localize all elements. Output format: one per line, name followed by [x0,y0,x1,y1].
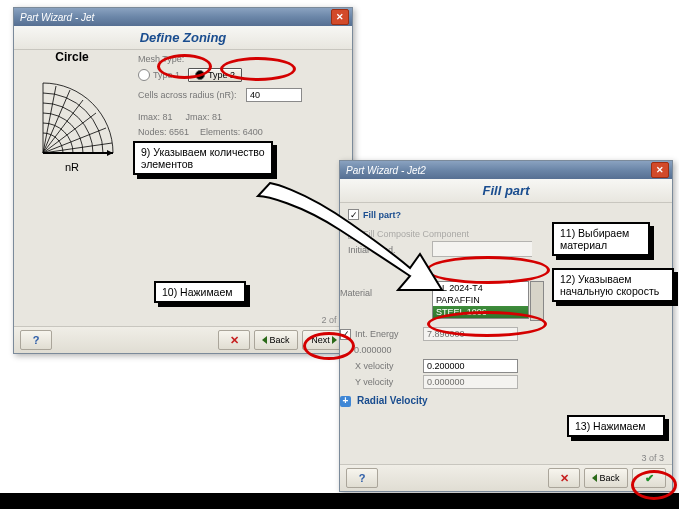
material-label: Material [340,288,372,298]
callout-10: 10) Нажимаем [154,281,246,303]
cancel-button-2[interactable]: ✕ [548,468,580,488]
checkbox-fill[interactable]: ✓ [348,209,359,220]
step-counter-2: 3 of 3 [641,453,664,463]
cb-intenergy[interactable]: ✓ [340,329,351,340]
help-button[interactable]: ? [20,330,52,350]
xvel-input[interactable]: 0.200000 [423,359,518,373]
close-icon[interactable]: ✕ [651,162,669,178]
yvel-label: Y velocity [355,377,423,387]
subtitle-zoning: Define Zoning [14,26,352,50]
material-option[interactable]: PARAFFIN [433,294,528,306]
subtitle-fill: Fill part [340,179,672,203]
mesh-diagram [18,68,126,163]
footer-fill: ? ✕ Back ✔ [340,464,672,491]
finish-button[interactable]: ✔ [632,468,666,488]
intenergy-input[interactable]: 7.896000 [423,327,518,341]
cells-input[interactable]: 40 [246,88,302,102]
titlebar-fill: Part Wizard - Jet2 ✕ [340,161,672,179]
back-button-2[interactable]: Back [584,468,628,488]
elements-label: Elements: 6400 [200,127,263,137]
mesh-type-label: Mesh Type: [138,54,346,64]
circle-heading: Circle [16,50,128,64]
intenergy-label: Int. Energy [355,329,423,339]
nr-axis-label: nR [16,161,128,173]
radio-type1[interactable]: Type 1 [138,69,180,81]
jmax-label: Jmax: 81 [186,112,223,122]
help-button-2[interactable]: ? [346,468,378,488]
expand-icon[interactable]: + [340,396,351,407]
material-scrollbar[interactable] [530,281,544,321]
radial-toggle[interactable]: Radial Velocity [357,395,428,406]
bottom-black-strip [0,493,679,509]
title-text: Part Wizard - Jet [20,12,94,23]
wizard-window-fill: Part Wizard - Jet2 ✕ Fill part ✓ Fill pa… [339,160,673,492]
xvel-label: X velocity [355,361,423,371]
imax-label: Imax: 81 [138,112,173,122]
material-list[interactable]: AL 2024-T4 PARAFFIN STEEL 1006 [432,281,529,319]
nodes-label: Nodes: 6561 [138,127,189,137]
back-button[interactable]: Back [254,330,298,350]
titlebar-zoning: Part Wizard - Jet ✕ [14,8,352,26]
svg-marker-7 [107,150,113,156]
callout-11: 11) Выбираем материал [552,222,650,256]
svg-line-5 [43,143,112,153]
material-option[interactable]: AL 2024-T4 [433,282,528,294]
callout-12: 12) Указываем начальную скорость [552,268,674,302]
callout-13: 13) Нажимаем [567,415,665,437]
svg-line-0 [43,86,56,153]
close-icon[interactable]: ✕ [331,9,349,25]
material-option-selected[interactable]: STEEL 1006 [433,306,528,318]
yvel-input[interactable]: 0.000000 [423,375,518,389]
footer-zoning: ? ✕ Back Next [14,326,352,353]
fill-part-row[interactable]: ✓ Fill part? [348,209,664,220]
cancel-button[interactable]: ✕ [218,330,250,350]
checkbox-composite [348,228,359,239]
svg-line-3 [43,113,96,153]
title-text: Part Wizard - Jet2 [346,165,426,176]
radio-type2-selected[interactable]: Type 2 [188,68,242,82]
cells-label: Cells across radius (nR): [138,90,238,100]
callout-9: 9) Указываем количество элементов [133,141,273,175]
